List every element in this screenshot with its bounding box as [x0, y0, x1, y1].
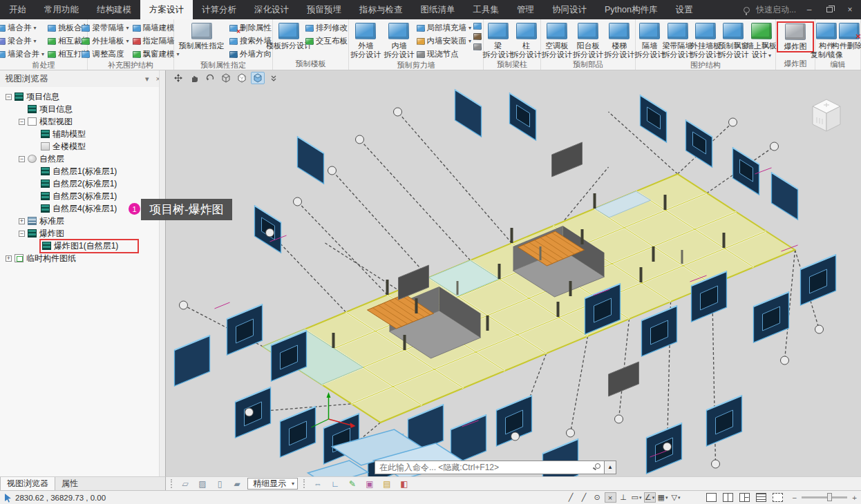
wall-beam-merge-button[interactable]: 墙梁合并▾ [0, 48, 44, 61]
adjust-height-button[interactable]: 调整高度 [82, 48, 129, 61]
tree-item-explode-view-node[interactable]: −爆炸图 [0, 227, 165, 240]
explode-view-button[interactable]: 爆炸图 [777, 21, 814, 52]
arrange-modify-button[interactable]: 排列修改 [305, 21, 348, 35]
interior-wall-install-face-button[interactable]: 内墙安装面▾ [417, 35, 472, 48]
beam-split-design-button[interactable]: 梁拆分设计 [484, 21, 511, 60]
wireframe-view-button[interactable] [219, 72, 233, 84]
wall-display-toggle-icon[interactable]: ▰ [230, 478, 244, 490]
drag-grip-icon[interactable] [303, 479, 305, 488]
zoom-extents-button[interactable] [171, 72, 185, 84]
corner-tool-icon[interactable]: ∟ [328, 478, 342, 490]
polar-tracking-icon[interactable]: ∠▾ [644, 492, 656, 503]
zoom-slider-thumb[interactable] [827, 493, 832, 501]
interactive-slab-layout-button[interactable]: 交互布板 [305, 35, 348, 48]
beam-merge-button[interactable]: 梁合并▾ [0, 35, 44, 48]
toolbar-expand-button[interactable] [267, 72, 281, 84]
menu-tab-11[interactable]: 协同设计 [543, 0, 596, 19]
tree-item-project-info[interactable]: 项目信息 [0, 103, 165, 115]
expander-minus-icon[interactable]: − [19, 156, 25, 162]
cast-in-place-joint-button[interactable]: 现浇节点 [417, 48, 472, 61]
grid-display-icon[interactable]: ▦▾ [657, 492, 669, 503]
tree-item-explode-view-1[interactable]: 爆炸图1(自然层1) [0, 240, 165, 252]
shaded-view-button[interactable] [251, 72, 265, 84]
export-tool-icon[interactable]: ◧ [397, 478, 411, 490]
partition-modeling-button[interactable]: 隔墙建模 [133, 21, 180, 35]
snap-midpoint-icon[interactable]: ╱ [578, 492, 590, 503]
menu-tab-2[interactable]: 结构建模 [88, 0, 140, 19]
slab-display-toggle-icon[interactable]: ▱ [178, 478, 192, 490]
expander-plus-icon[interactable]: + [19, 218, 25, 224]
snap-center-icon[interactable]: ⊙ [592, 492, 603, 503]
restore-button[interactable] [826, 7, 833, 12]
search-exterior-wall-button[interactable]: 搜索外墙 [229, 35, 272, 48]
tree-item-natural-floor-1[interactable]: 自然层1(标准层1) [0, 165, 165, 177]
layers-tool-icon[interactable]: ▤ [380, 478, 394, 490]
tree-item-temp-component-drawings[interactable]: +临时构件图纸 [0, 252, 165, 264]
menu-tab-10[interactable]: 管理 [508, 0, 543, 19]
tree-item-natural-floor[interactable]: −自然层 [0, 153, 165, 165]
menu-tab-1[interactable]: 常用功能 [35, 0, 88, 19]
menu-tab-6[interactable]: 预留预埋 [298, 0, 350, 19]
delete-property-button[interactable]: 删除属性 [229, 21, 272, 35]
tree-item-full-building-model[interactable]: 全楼模型 [0, 140, 165, 153]
panel-tab-1[interactable]: 属性 [55, 477, 84, 490]
menu-tab-13[interactable]: 设置 [666, 0, 701, 19]
layout-two-vertical-icon[interactable] [723, 493, 733, 502]
menu-tab-9[interactable]: 工具集 [464, 0, 509, 19]
menu-tab-4[interactable]: 计算分析 [193, 0, 245, 19]
menu-tab-0[interactable]: 开始 [0, 0, 35, 19]
wall-merge-button[interactable]: 墙合并▾ [0, 21, 44, 35]
menu-tab-3[interactable]: 方案设计 [140, 0, 193, 19]
orbit-button[interactable] [203, 72, 217, 84]
expander-plus-icon[interactable]: + [6, 255, 12, 262]
precast-property-assign-button[interactable]: 预制属性指定 [175, 21, 228, 51]
display-mode-select[interactable]: 精细显示▾ [247, 478, 298, 490]
column-display-toggle-icon[interactable]: ▯ [213, 478, 227, 490]
panel-collapse-icon[interactable]: ▾ [145, 75, 149, 84]
annotate-tool-icon[interactable]: ✎ [346, 478, 359, 490]
expander-minus-icon[interactable]: − [19, 231, 25, 237]
interior-wall-split-button[interactable]: 内墙拆分设计 [383, 21, 415, 60]
wall-tool-1-icon[interactable] [473, 23, 482, 30]
command-input[interactable] [375, 461, 605, 474]
assign-partition-button[interactable]: 指定隔墙 [133, 35, 180, 48]
tree-item-auxiliary-model[interactable]: 辅助模型 [0, 128, 165, 140]
tree-item-model-view[interactable]: −模型视图 [0, 115, 165, 128]
menu-tab-12[interactable]: Python构件库 [596, 0, 666, 19]
selection-filter-icon[interactable]: ▽▾ [670, 492, 682, 503]
layout-fullscreen-icon[interactable] [773, 493, 783, 502]
ortho-mode-icon[interactable]: ▭▾ [631, 492, 643, 503]
dimension-tool-icon[interactable]: ⇔ [311, 478, 325, 490]
minimize-button[interactable]: – [802, 0, 816, 19]
menu-tab-8[interactable]: 图纸清单 [412, 0, 464, 19]
partial-infill-wall-button[interactable]: 局部填充墙▾ [417, 21, 472, 35]
balcony-slab-split-button[interactable]: 阳台板拆分设计 [573, 21, 603, 60]
stair-split-button[interactable]: 楼梯拆分设计 [605, 21, 634, 60]
beam-with-partition-button[interactable]: 梁带隔墙▾ [82, 21, 129, 35]
quick-launch-label[interactable]: 快速启动... [756, 4, 796, 16]
drag-grip-icon[interactable] [171, 479, 173, 488]
layout-single-icon[interactable] [706, 493, 717, 502]
snap-perpendicular-icon[interactable]: ⊥ [618, 492, 630, 503]
tree-scrollbar[interactable] [159, 70, 165, 476]
wall-tool-2-icon[interactable] [473, 33, 482, 40]
layout-horizontal-rows-icon[interactable] [756, 493, 766, 502]
layout-left-right-split-icon[interactable] [739, 493, 750, 502]
wall-tool-3-icon[interactable] [473, 43, 482, 50]
wall-panel-design-button[interactable]: 墙上飘板设计 ▾ [748, 21, 775, 61]
bay-window-modeling-button[interactable]: 飘窗建模▾ [133, 48, 180, 61]
tree-item-project-info-root[interactable]: −项目信息 [0, 90, 165, 103]
view-cube[interactable] [807, 95, 846, 137]
close-button[interactable]: × [843, 0, 857, 19]
menu-tab-7[interactable]: 指标与检查 [350, 0, 412, 19]
zoom-out-button[interactable]: − [793, 494, 797, 502]
exploded-model-canvas[interactable] [166, 70, 861, 476]
expander-minus-icon[interactable]: − [19, 119, 25, 125]
beam-partition-split-button[interactable]: 梁带隔墙拆分设计 [664, 21, 690, 60]
menu-tab-5[interactable]: 深化设计 [245, 0, 298, 19]
ac-panel-split-button[interactable]: 空调板拆分设计 [542, 21, 571, 60]
viewport-3d[interactable]: ▲ [166, 70, 861, 476]
slab-split-design-button[interactable]: 楼板拆分设计 [274, 21, 304, 51]
bay-window-split-button[interactable]: 预制飘窗拆分设计 [720, 21, 746, 60]
zoom-slider[interactable] [802, 496, 847, 498]
